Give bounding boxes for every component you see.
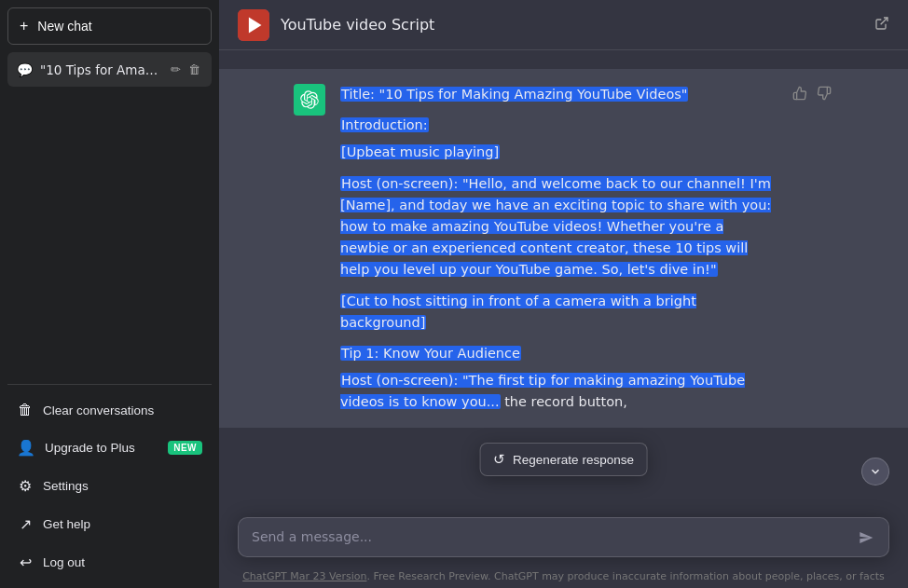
assistant-message: Title: "10 Tips for Making Amazing YouTu…: [219, 69, 908, 428]
clear-conversations-label: Clear conversations: [43, 403, 154, 417]
user-icon: 👤: [17, 439, 35, 457]
chatgpt-avatar: [294, 84, 325, 116]
sidebar-item-chat1[interactable]: 💬 "10 Tips for Amazing Yo ✏ 🗑: [7, 52, 212, 87]
thumbs-down-button[interactable]: [815, 84, 833, 105]
sidebar-bottom: 🗑 Clear conversations 👤 Upgrade to Plus …: [7, 384, 212, 581]
footer-link[interactable]: ChatGPT Mar 23 Version: [242, 570, 366, 582]
get-help-label: Get help: [43, 517, 90, 531]
trash-icon: 🗑: [17, 402, 34, 418]
input-wrapper: [238, 517, 889, 557]
page-title: YouTube video Script: [281, 16, 434, 34]
header-left: YouTube video Script: [238, 9, 434, 41]
chat-header: YouTube video Script: [219, 0, 908, 50]
main-panel: YouTube video Script Title: "10 Tips for…: [219, 0, 908, 588]
chat-history: 💬 "10 Tips for Amazing Yo ✏ 🗑: [7, 52, 212, 384]
logout-icon: ↩: [17, 554, 34, 571]
scroll-to-bottom-button[interactable]: [861, 458, 889, 485]
new-chat-label: New chat: [37, 19, 91, 34]
upgrade-to-plus-button[interactable]: 👤 Upgrade to Plus NEW: [7, 430, 212, 466]
input-area: [219, 506, 908, 565]
external-link-button[interactable]: [874, 16, 889, 34]
msg-line-1: Title: "10 Tips for Making Amazing YouTu…: [340, 84, 776, 105]
message-text: Title: "10 Tips for Making Amazing YouTu…: [340, 84, 776, 413]
new-chat-button[interactable]: + New chat: [7, 7, 212, 45]
msg-line-5: [Cut to host sitting in front of a camer…: [340, 291, 776, 334]
sidebar: + New chat 💬 "10 Tips for Amazing Yo ✏ 🗑…: [0, 0, 219, 588]
regenerate-response-button[interactable]: ↺ Regenerate response: [479, 443, 648, 476]
regenerate-label: Regenerate response: [513, 453, 634, 467]
log-out-button[interactable]: ↩ Log out: [7, 544, 212, 581]
footer-note: ChatGPT Mar 23 Version. Free Research Pr…: [219, 565, 908, 588]
chat-icon: 💬: [17, 62, 33, 77]
clear-conversations-button[interactable]: 🗑 Clear conversations: [7, 392, 212, 428]
send-button[interactable]: [857, 528, 875, 547]
msg-line-3: [Upbeat music playing]: [340, 142, 776, 163]
delete-chat-button[interactable]: 🗑: [186, 61, 202, 78]
svg-line-2: [881, 18, 887, 24]
msg-line-2: Introduction:: [340, 115, 776, 136]
gear-icon: ⚙: [17, 477, 34, 495]
chat-content[interactable]: Title: "10 Tips for Making Amazing YouTu…: [219, 50, 908, 506]
chat-item-actions: ✏ 🗑: [169, 61, 202, 78]
new-badge: NEW: [168, 441, 202, 455]
thumbs-up-button[interactable]: [791, 84, 809, 105]
avatar: [238, 9, 269, 41]
get-help-button[interactable]: ↗ Get help: [7, 506, 212, 542]
settings-label: Settings: [43, 479, 89, 493]
footer-text: . Free Research Preview. ChatGPT may pro…: [366, 570, 884, 582]
msg-line-7: Host (on-screen): "The first tip for mak…: [340, 370, 776, 413]
settings-button[interactable]: ⚙ Settings: [7, 468, 212, 504]
help-icon: ↗: [17, 515, 34, 533]
message-actions: [791, 84, 833, 105]
chat-item-label: "10 Tips for Amazing Yo: [40, 62, 161, 77]
msg-line-4: Host (on-screen): "Hello, and welcome ba…: [340, 173, 776, 281]
rename-chat-button[interactable]: ✏: [169, 61, 183, 78]
plus-icon: +: [20, 18, 28, 34]
log-out-label: Log out: [43, 555, 85, 569]
message-input[interactable]: [252, 527, 847, 547]
msg-line-6: Tip 1: Know Your Audience: [340, 343, 776, 364]
regenerate-icon: ↺: [493, 451, 505, 468]
upgrade-label: Upgrade to Plus: [45, 441, 135, 455]
